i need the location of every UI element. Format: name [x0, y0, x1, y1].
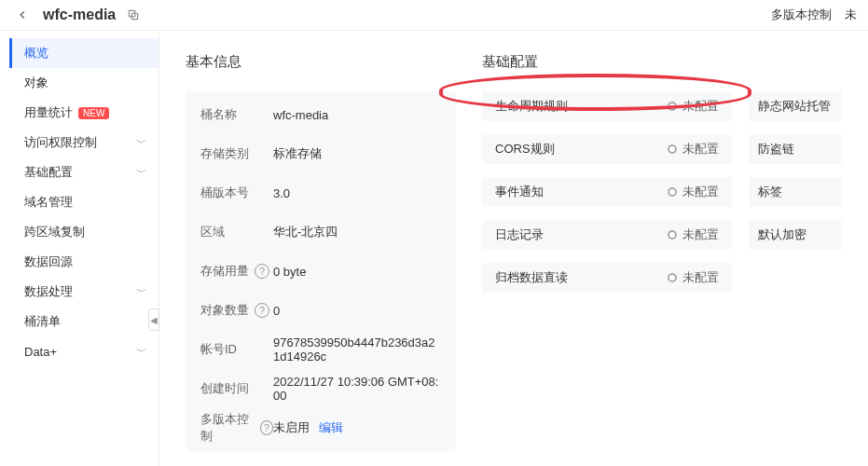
- basic-info-panel: 桶名称wfc-media存储类别标准存储桶版本号3.0区域华北-北京四存储用量?…: [186, 91, 456, 451]
- config-item-CORS规则[interactable]: CORS规则未配置: [482, 134, 732, 164]
- config-item-label: 生命周期规则: [495, 98, 568, 115]
- basic-info-title: 基本信息: [186, 53, 456, 71]
- sidebar-item-label: 跨区域复制: [24, 224, 85, 240]
- status-dot-icon: [668, 230, 677, 240]
- sidebar-item-label: Data+: [24, 345, 57, 359]
- sidebar: 概览对象用量统计NEW访问权限控制﹀基础配置﹀域名管理跨区域复制数据回源数据处理…: [0, 31, 159, 466]
- info-label: 桶版本号: [200, 185, 273, 201]
- sidebar-item-7[interactable]: 数据回源: [9, 247, 158, 277]
- config-item-标签[interactable]: 标签: [749, 177, 842, 207]
- info-row-3: 区域华北-北京四: [200, 212, 441, 252]
- config-col-right: 静态网站托管防盗链标签默认加密: [749, 91, 842, 293]
- info-row-1: 存储类别标准存储: [200, 134, 441, 173]
- config-item-label: 事件通知: [495, 184, 544, 200]
- info-label: 帐号ID: [200, 341, 273, 358]
- status-dot-icon: [668, 273, 677, 282]
- info-label: 对象数量?: [200, 302, 273, 319]
- sidebar-item-0[interactable]: 概览: [9, 38, 158, 68]
- info-label: 桶名称: [200, 106, 273, 123]
- config-item-label: 归档数据直读: [495, 269, 568, 286]
- info-row-0: 桶名称wfc-media: [200, 95, 441, 134]
- chevron-down-icon: ﹀: [136, 284, 147, 300]
- sidebar-item-label: 桶清单: [24, 313, 61, 330]
- config-item-label: 日志记录: [495, 226, 544, 243]
- sidebar-item-label: 数据回源: [24, 254, 73, 270]
- sidebar-item-2[interactable]: 用量统计NEW: [9, 98, 158, 128]
- info-value: 华北-北京四: [273, 224, 338, 240]
- sidebar-item-label: 概览: [24, 45, 48, 62]
- info-value: 未启用编辑: [273, 419, 343, 436]
- status-badge: 未配置: [668, 98, 719, 115]
- info-row-5: 对象数量?0: [200, 291, 441, 330]
- info-label: 多版本控制?: [200, 411, 273, 445]
- config-col-left: 生命周期规则未配置CORS规则未配置事件通知未配置日志记录未配置归档数据直读未配…: [482, 91, 732, 293]
- config-item-生命周期规则[interactable]: 生命周期规则未配置: [482, 91, 732, 121]
- help-icon[interactable]: ?: [255, 303, 269, 318]
- info-row-6: 帐号ID97678539950b4447b236d3a21d14926c: [200, 330, 441, 369]
- sidebar-item-1[interactable]: 对象: [9, 68, 158, 98]
- info-label: 创建时间: [200, 380, 273, 397]
- sidebar-item-8[interactable]: 数据处理﹀: [9, 277, 158, 307]
- info-row-2: 桶版本号3.0: [200, 173, 441, 212]
- status-badge: 未配置: [668, 184, 719, 200]
- sidebar-item-label: 用量统计NEW: [24, 104, 109, 121]
- config-item-label: 静态网站托管: [758, 98, 831, 115]
- sidebar-item-label: 对象: [24, 75, 48, 91]
- header-link-truncated[interactable]: 未: [845, 7, 857, 23]
- sidebar-item-10[interactable]: Data+﹀: [9, 336, 158, 366]
- status-badge: 未配置: [668, 269, 719, 286]
- chevron-down-icon: ﹀: [136, 344, 147, 360]
- info-value: 3.0: [273, 186, 290, 200]
- sidebar-item-3[interactable]: 访问权限控制﹀: [9, 128, 158, 158]
- config-item-日志记录[interactable]: 日志记录未配置: [482, 220, 732, 250]
- status-dot-icon: [668, 187, 677, 197]
- config-item-事件通知[interactable]: 事件通知未配置: [482, 177, 732, 207]
- help-icon[interactable]: ?: [255, 264, 269, 279]
- info-value: 0 byte: [273, 265, 306, 279]
- info-value: 97678539950b4447b236d3a21d14926c: [273, 336, 441, 363]
- sidebar-item-label: 数据处理: [24, 283, 73, 300]
- info-label: 存储类别: [200, 145, 273, 162]
- sidebar-item-5[interactable]: 域名管理: [9, 187, 158, 217]
- config-item-label: 标签: [758, 184, 782, 200]
- config-item-label: 防盗链: [758, 141, 794, 158]
- basic-config-title: 基础配置: [482, 53, 842, 71]
- config-item-label: CORS规则: [495, 141, 555, 158]
- sidebar-item-label: 访问权限控制: [24, 134, 97, 151]
- config-item-静态网站托管[interactable]: 静态网站托管: [749, 91, 842, 121]
- status-badge: 未配置: [668, 141, 719, 158]
- sidebar-collapse-handle[interactable]: ◀: [148, 308, 159, 331]
- copy-icon[interactable]: [125, 7, 142, 23]
- header-link-versioning[interactable]: 多版本控制: [771, 7, 832, 23]
- info-value: 标准存储: [273, 145, 322, 162]
- config-item-归档数据直读[interactable]: 归档数据直读未配置: [482, 263, 732, 293]
- header-actions: 多版本控制 未: [771, 7, 857, 23]
- page-title: wfc-media: [43, 7, 116, 23]
- chevron-down-icon: ﹀: [136, 135, 147, 151]
- status-badge: 未配置: [668, 226, 719, 243]
- edit-link[interactable]: 编辑: [319, 419, 343, 436]
- info-row-8: 多版本控制?未启用编辑: [200, 408, 441, 447]
- info-label: 存储用量?: [200, 263, 273, 280]
- info-value: wfc-media: [273, 108, 328, 122]
- sidebar-item-6[interactable]: 跨区域复制: [9, 217, 158, 247]
- info-row-4: 存储用量?0 byte: [200, 252, 441, 291]
- sidebar-item-label: 域名管理: [24, 194, 73, 211]
- new-badge: NEW: [78, 107, 109, 119]
- status-dot-icon: [668, 144, 677, 154]
- info-label: 区域: [200, 224, 273, 240]
- help-icon[interactable]: ?: [260, 420, 273, 435]
- config-item-防盗链[interactable]: 防盗链: [749, 134, 842, 164]
- config-item-默认加密[interactable]: 默认加密: [749, 220, 842, 250]
- info-row-7: 创建时间2022/11/27 10:39:06 GMT+08:00: [200, 369, 441, 408]
- back-button[interactable]: [11, 4, 34, 26]
- sidebar-item-label: 基础配置: [24, 164, 73, 181]
- info-value: 0: [273, 304, 280, 318]
- sidebar-item-4[interactable]: 基础配置﹀: [9, 158, 158, 187]
- config-item-label: 默认加密: [758, 226, 806, 243]
- sidebar-item-9[interactable]: 桶清单: [9, 307, 158, 336]
- chevron-down-icon: ﹀: [136, 165, 147, 181]
- status-dot-icon: [668, 102, 677, 111]
- info-value: 2022/11/27 10:39:06 GMT+08:00: [273, 375, 441, 403]
- main-content: 基本信息 桶名称wfc-media存储类别标准存储桶版本号3.0区域华北-北京四…: [159, 31, 868, 466]
